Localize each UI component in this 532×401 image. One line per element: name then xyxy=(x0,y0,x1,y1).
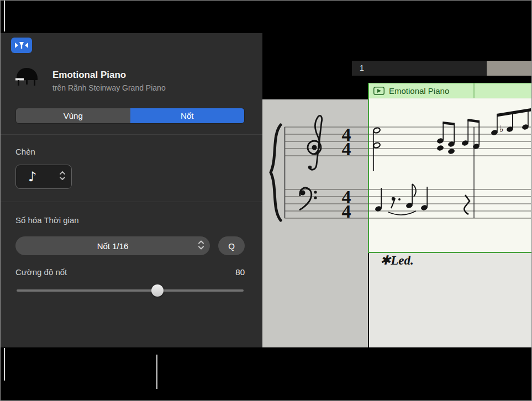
time-quantize-dropdown[interactable]: Nốt 1/16 xyxy=(15,236,210,255)
segment-note-label: Nốt xyxy=(181,111,193,120)
score-region[interactable] xyxy=(368,98,532,253)
insert-note-value-dropdown[interactable]: ♪ xyxy=(15,165,72,189)
callout-line-top-left xyxy=(4,0,5,31)
ruler-region-block xyxy=(487,61,532,76)
region-play-button[interactable] xyxy=(373,87,384,95)
score-inspector-panel: Emotional Piano trên Rãnh Steinway Grand… xyxy=(0,33,262,347)
region-header[interactable]: Emotional Piano xyxy=(368,83,532,98)
quantize-strength-button[interactable]: Q xyxy=(218,236,245,255)
segment-region[interactable]: Vùng xyxy=(16,108,130,123)
chevron-updown-icon xyxy=(59,170,66,183)
divider xyxy=(0,134,262,135)
catch-button[interactable] xyxy=(11,38,32,53)
velocity-slider[interactable] xyxy=(17,289,244,292)
divider xyxy=(0,202,262,202)
region-title: Emotional Piano xyxy=(389,86,449,96)
chevron-updown-icon xyxy=(198,240,204,252)
callout-line-bottom-left xyxy=(4,348,5,381)
quantize-strength-label: Q xyxy=(228,241,235,251)
play-icon xyxy=(373,87,384,95)
velocity-slider-handle[interactable] xyxy=(151,284,164,297)
ruler-measure-label: 1 xyxy=(360,64,364,72)
piano-icon xyxy=(14,65,40,88)
time-quantize-value: Nốt 1/16 xyxy=(97,241,129,251)
time-quantize-label: Số hóa Thời gian xyxy=(15,215,79,225)
eighth-note-icon: ♪ xyxy=(28,170,36,183)
velocity-label: Cường độ nốt xyxy=(15,267,67,277)
segment-note[interactable]: Nốt xyxy=(130,108,245,123)
catch-icon xyxy=(14,41,29,50)
track-title: Emotional Piano xyxy=(52,70,126,81)
callout-line-slider xyxy=(156,355,157,389)
track-subtitle: trên Rãnh Steinway Grand Piano xyxy=(52,83,166,92)
score-paper-left xyxy=(262,99,368,347)
region-note-segmented-control: Vùng Nốt xyxy=(15,108,245,124)
velocity-value: 80 xyxy=(235,267,245,277)
insert-section-label: Chèn xyxy=(15,147,35,156)
segment-region-label: Vùng xyxy=(64,111,83,120)
pedal-mark[interactable]: ✱Led. xyxy=(380,253,414,268)
